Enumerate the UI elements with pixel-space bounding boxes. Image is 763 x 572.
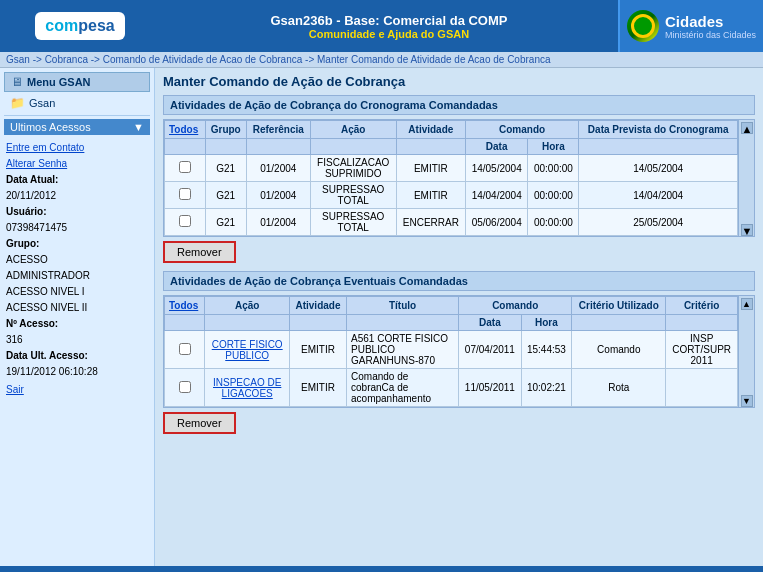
monitor-icon: 🖥 — [11, 75, 23, 89]
data-atual: Data Atual: 20/11/2012 — [6, 172, 148, 204]
folder-icon: 📁 — [10, 96, 25, 110]
header-right-title: Cidades — [665, 13, 756, 30]
sidebar-gsan[interactable]: 📁 Gsan — [4, 94, 150, 112]
entre-contato-link[interactable]: Entre em Contato — [6, 140, 148, 156]
section1-scrollbar[interactable]: ▲ ▼ — [738, 120, 754, 236]
section2-todos-link[interactable]: Todos — [169, 300, 198, 311]
section1-todos-link[interactable]: Todos — [169, 124, 198, 135]
logo-text: com — [45, 17, 78, 34]
grupo-acesso: ACESSOADMINISTRADORACESSO NIVEL IACESSO … — [6, 254, 90, 313]
header-right: Cidades Ministério das Cidades — [618, 0, 763, 52]
main: 🖥 Menu GSAN 📁 Gsan Ultimos Acessos ▼ Ent… — [0, 68, 763, 566]
dropdown-icon: ▼ — [133, 121, 144, 133]
content: Manter Comando de Ação de Cobrança Ativi… — [155, 68, 763, 566]
sidebar-menu-btn[interactable]: 🖥 Menu GSAN — [4, 72, 150, 92]
ultimos-label: Ultimos Acessos — [10, 121, 91, 133]
table-row: INSPECAO DELIGACOES EMITIR Comando decob… — [165, 369, 738, 407]
page-title: Manter Comando de Ação de Cobrança — [163, 74, 755, 89]
logo-text2: pesa — [78, 17, 114, 34]
sidebar-links: Entre em Contato Alterar Senha Data Atua… — [4, 140, 150, 398]
row4-checkbox[interactable] — [179, 343, 191, 355]
section2-remove-btn[interactable]: Remover — [163, 412, 236, 434]
header-subtitle: Comunidade e Ajuda do GSAN — [309, 28, 469, 40]
table-row: CORTE FISICOPUBLICO EMITIR A561 CORTE FI… — [165, 331, 738, 369]
ult-acesso-info: Data Ult. Acesso: 19/11/2012 06:10:28 — [6, 348, 148, 380]
header-right-sub: Ministério das Cidades — [665, 30, 756, 40]
section1-table: Todos Grupo Referência Ação Atividade Co… — [164, 120, 738, 236]
section1-remove-btn[interactable]: Remover — [163, 241, 236, 263]
gsan-label: Gsan — [29, 97, 55, 109]
table-row: G21 01/2004 FISCALIZACAOSUPRIMIDO EMITIR… — [165, 155, 738, 182]
acesso-info: Nº Acesso: 316 — [6, 316, 148, 348]
sair-link[interactable]: Sair — [6, 382, 148, 398]
header-center: Gsan236b - Base: Comercial da COMP Comun… — [160, 0, 618, 52]
alterar-senha-link[interactable]: Alterar Senha — [6, 156, 148, 172]
section1-title: Atividades de Ação de Cobrança do Cronog… — [163, 95, 755, 115]
section2-table-container: Todos Ação Atividade Título Comando Crit… — [163, 295, 755, 408]
section2-scrollbar[interactable]: ▲ ▼ — [738, 296, 754, 407]
ultimos-acessos-btn[interactable]: Ultimos Acessos ▼ — [4, 119, 150, 135]
breadcrumb: Gsan -> Cobranca -> Comando de Atividade… — [0, 52, 763, 68]
footer: Banco: 09/10/2012 Versão: 7.2.11.2.1o (O… — [0, 566, 763, 572]
row2-checkbox[interactable] — [179, 188, 191, 200]
sidebar: 🖥 Menu GSAN 📁 Gsan Ultimos Acessos ▼ Ent… — [0, 68, 155, 566]
section1-table-container: Todos Grupo Referência Ação Atividade Co… — [163, 119, 755, 237]
header: compesa Gsan236b - Base: Comercial da CO… — [0, 0, 763, 52]
row5-checkbox[interactable] — [179, 381, 191, 393]
section2-table: Todos Ação Atividade Título Comando Crit… — [164, 296, 738, 407]
row3-checkbox[interactable] — [179, 215, 191, 227]
acao-link1[interactable]: CORTE FISICOPUBLICO — [212, 339, 283, 361]
grupo-info: Grupo: ACESSOADMINISTRADORACESSO NIVEL I… — [6, 236, 148, 316]
section2-title: Atividades de Ação de Cobrança Eventuais… — [163, 271, 755, 291]
row1-checkbox[interactable] — [179, 161, 191, 173]
table-row: G21 01/2004 SUPRESSAOTOTAL ENCERRAR 05/0… — [165, 209, 738, 236]
usuario-info: Usuário: 07398471475 — [6, 204, 148, 236]
menu-gsan-label: Menu GSAN — [27, 76, 91, 88]
header-title: Gsan236b - Base: Comercial da COMP — [271, 13, 508, 28]
table-row: G21 01/2004 SUPRESSAOTOTAL EMITIR 14/04/… — [165, 182, 738, 209]
acao-link2[interactable]: INSPECAO DELIGACOES — [213, 377, 281, 399]
header-logo: compesa — [0, 0, 160, 52]
